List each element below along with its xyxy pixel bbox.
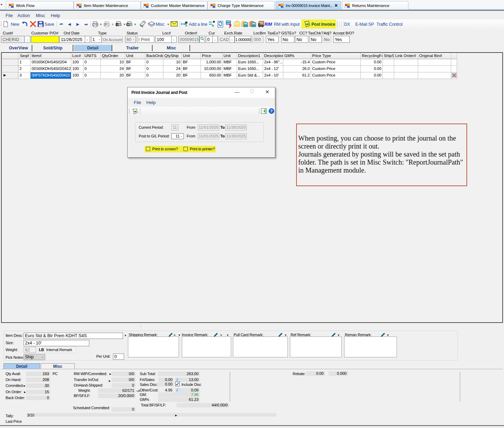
svg-text:?: ? [270,109,273,113]
svg-text:B: B [116,22,119,27]
svg-text:G: G [127,22,130,27]
svg-text:P: P [104,22,107,26]
